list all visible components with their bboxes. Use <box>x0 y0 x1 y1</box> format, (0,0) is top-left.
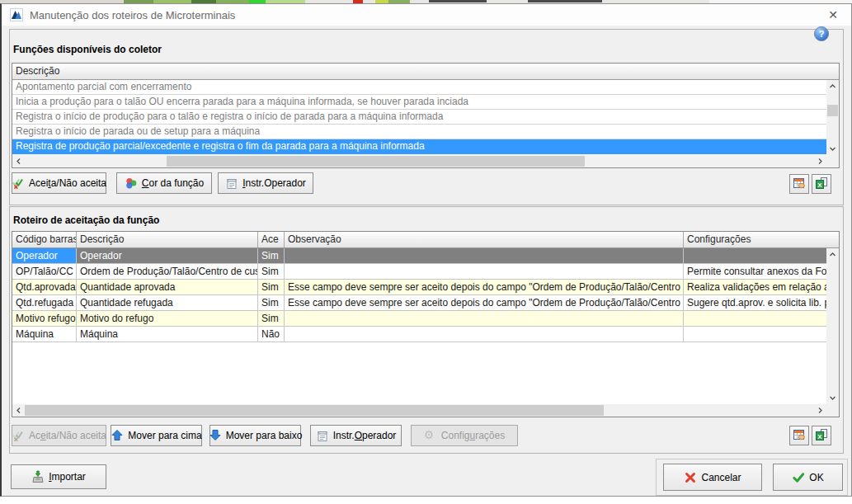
cell-codigo[interactable]: Motivo refugo <box>12 311 77 326</box>
cell-configuracoes[interactable]: Sugere qtd.aprov. e solicita lib. p/ <box>684 295 826 310</box>
cell-descricao[interactable]: Quantidade refugada <box>77 295 258 310</box>
cell-codigo[interactable]: OP/Talão/CC <box>12 264 77 279</box>
cell-ace[interactable]: Sim <box>258 248 285 263</box>
cell-observacao[interactable] <box>285 248 684 263</box>
mover-para-baixo-button[interactable]: Mover para baixo <box>209 425 301 446</box>
group-roteiro-aceitacao: Roteiro de aceitação da função Código ba… <box>9 206 844 454</box>
roteiro-table-hscrollbar[interactable] <box>12 404 826 417</box>
cell-descricao[interactable]: Quantidade aprovada <box>77 280 258 294</box>
roteiro-table-header: Código barras Descrição Ace Observação C… <box>12 232 839 248</box>
funcoes-list-vscrollbar[interactable] <box>826 80 839 155</box>
dialog-action-panel: Cancelar OK <box>656 459 848 496</box>
scroll-left-icon[interactable] <box>12 155 25 167</box>
funcoes-list-item-selected[interactable]: Registra de produção parcial/excedente e… <box>12 139 826 154</box>
cell-observacao[interactable]: Esse campo deve sempre ser aceito depois… <box>285 280 684 294</box>
scrollbar-corner <box>826 155 839 167</box>
export-grid-button-2[interactable] <box>789 426 809 445</box>
accept-reject-icon <box>12 177 25 190</box>
cell-descricao[interactable]: Motivo do refugo <box>77 311 258 326</box>
cor-da-funcao-button[interactable]: Cor da função <box>116 172 212 194</box>
mover-para-cima-button[interactable]: Mover para cima <box>111 425 202 446</box>
cell-descricao[interactable]: Ordem de Produção/Talão/Centro de custo <box>77 264 258 279</box>
instr-operador-button-2[interactable]: Instr.Operador <box>310 425 402 446</box>
funcoes-list-item[interactable]: Apontamento parcial com encerramento <box>12 80 826 95</box>
ok-button[interactable]: OK <box>773 464 843 491</box>
button-label: OK <box>809 472 823 483</box>
scroll-down-icon[interactable] <box>826 143 839 155</box>
table-row[interactable]: OP/Talão/CC Ordem de Produção/Talão/Cent… <box>12 264 826 280</box>
cell-descricao[interactable]: Operador <box>77 248 258 263</box>
arrow-down-icon <box>209 429 222 442</box>
table-row[interactable]: Qtd.refugada Quantidade refugada Sim Ess… <box>12 295 826 311</box>
button-label: Cancelar <box>701 472 741 483</box>
cancel-x-icon <box>684 471 697 484</box>
close-icon[interactable]: ✕ <box>823 8 843 21</box>
cell-observacao[interactable] <box>285 311 684 326</box>
cell-observacao[interactable]: Esse campo deve sempre ser aceito depois… <box>285 295 684 310</box>
cell-ace[interactable]: Sim <box>258 280 285 294</box>
scroll-up-icon[interactable] <box>826 248 839 261</box>
help-icon: ? <box>813 26 830 42</box>
funcoes-list-hscrollbar[interactable] <box>12 155 826 167</box>
scroll-up-icon[interactable] <box>826 80 839 92</box>
hscroll-thumb[interactable] <box>167 156 585 167</box>
export-excel-button[interactable]: X <box>812 174 831 194</box>
grid-hand-icon <box>793 177 806 192</box>
table-row-selected[interactable]: Operador Operador Sim <box>12 248 826 264</box>
cell-configuracoes[interactable]: Realiza validações em relação ao t <box>684 280 826 294</box>
export-grid-button[interactable] <box>789 174 809 194</box>
button-label: Instr.Operador <box>242 177 306 189</box>
column-header-descricao: Descrição <box>77 232 258 247</box>
aceita-nao-aceita-button[interactable]: Aceita/Não aceita <box>12 172 106 194</box>
funcoes-list-item[interactable]: Registra o início de parada ou de setup … <box>12 125 826 139</box>
cell-observacao[interactable] <box>285 264 684 279</box>
cell-ace[interactable]: Sim <box>258 295 285 310</box>
cell-ace[interactable]: Sim <box>258 264 285 279</box>
cell-descricao[interactable]: Máquina <box>77 327 258 341</box>
cancelar-button[interactable]: Cancelar <box>663 464 762 491</box>
arrow-up-icon <box>111 429 124 442</box>
column-header-ace: Ace <box>258 232 285 247</box>
table-row[interactable]: Máquina Máquina Não <box>12 327 826 342</box>
cell-configuracoes[interactable]: Permite consultar anexos da Form <box>684 264 826 279</box>
table-row[interactable]: Qtd.aprovada Quantidade aprovada Sim Ess… <box>12 280 826 295</box>
scrollbar-corner <box>826 404 839 417</box>
funcoes-list-item[interactable]: Registra o início de produção para o tal… <box>12 110 826 125</box>
check-icon <box>792 471 805 484</box>
cell-codigo[interactable]: Operador <box>12 248 77 263</box>
table-row[interactable]: Motivo refugo Motivo do refugo Sim <box>12 311 826 327</box>
titlebar[interactable]: Manutenção dos roteiros de Microterminai… <box>2 4 851 26</box>
roteiro-table-vscrollbar[interactable] <box>826 248 839 404</box>
cell-codigo[interactable]: Qtd.aprovada <box>12 280 77 294</box>
column-header-codigo-barras: Código barras <box>12 232 77 247</box>
import-icon <box>31 470 45 483</box>
app-logo-icon <box>10 8 23 21</box>
scroll-right-icon[interactable] <box>814 155 826 167</box>
export-excel-button-2[interactable]: X <box>812 426 831 445</box>
sliver-segment <box>429 0 487 2</box>
scroll-right-icon[interactable] <box>814 404 826 417</box>
instr-operador-button[interactable]: Instr.Operador <box>218 172 313 194</box>
help-button[interactable]: ? <box>813 26 830 42</box>
vscroll-thumb[interactable] <box>827 105 838 116</box>
aceita-nao-aceita-button-2[interactable]: Aceita/Não aceita <box>12 425 106 446</box>
cell-configuracoes[interactable] <box>684 311 826 326</box>
cell-configuracoes[interactable] <box>684 248 826 263</box>
importar-button[interactable]: Importar <box>11 464 106 489</box>
cell-ace[interactable]: Não <box>258 327 285 341</box>
group1-title: Funções disponíveis do coletor <box>13 44 162 55</box>
cell-ace[interactable]: Sim <box>258 311 285 326</box>
cell-codigo[interactable]: Qtd.refugada <box>12 295 77 310</box>
hscroll-thumb[interactable] <box>25 405 604 416</box>
button-label: Aceita/Não aceita <box>29 177 106 189</box>
cell-configuracoes[interactable] <box>684 327 826 341</box>
scroll-left-icon[interactable] <box>12 404 25 417</box>
cell-observacao[interactable] <box>285 327 684 341</box>
configuracoes-button[interactable]: ⚙ Configurações <box>411 425 518 446</box>
funcoes-list-item[interactable]: Inicia a produção para o talão OU encerr… <box>12 95 826 110</box>
grid-hand-icon <box>793 428 806 444</box>
cell-codigo[interactable]: Máquina <box>12 327 77 341</box>
button-label: Configurações <box>441 430 505 441</box>
sliver-segment <box>528 0 602 2</box>
scroll-down-icon[interactable] <box>826 392 839 404</box>
